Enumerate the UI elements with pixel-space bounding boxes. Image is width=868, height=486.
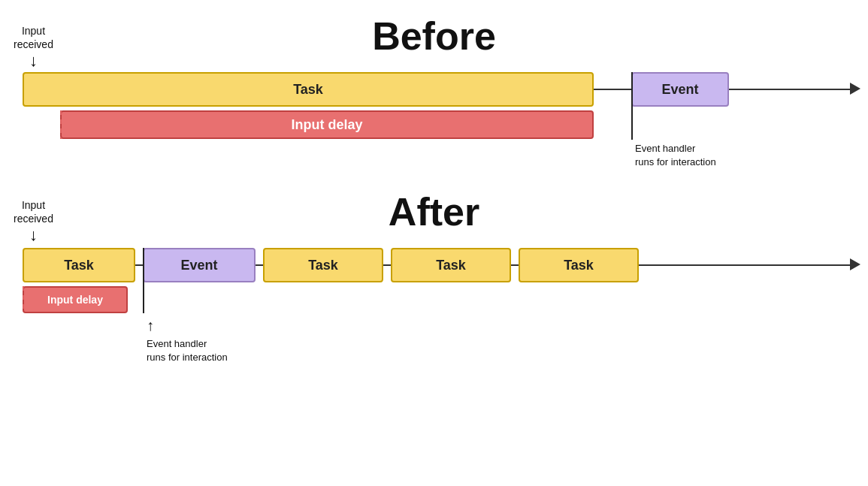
after-input-received-annotation: Inputreceived ↓ — [14, 198, 53, 244]
before-title: Before — [0, 14, 868, 59]
before-arrow-down-icon: ↓ — [29, 51, 38, 70]
after-task-box-4: Task — [519, 248, 639, 282]
after-event-tick — [143, 248, 144, 313]
before-task-box: Task — [23, 72, 594, 107]
before-event-tick — [631, 72, 633, 140]
diagram-container: Before Task Event Input delay In — [0, 0, 868, 486]
after-event-handler-arrow-icon: ↑ — [147, 317, 154, 334]
after-task-box-3: Task — [391, 248, 511, 282]
before-event-handler-annotation: Event handler runs for interaction — [635, 142, 716, 169]
before-event-box: Event — [631, 72, 729, 107]
after-section: After Task Event Task Task — [0, 174, 868, 343]
before-input-delay-box: Input delay — [60, 110, 594, 139]
after-task-box-1: Task — [23, 248, 135, 282]
after-dashed-line — [23, 286, 24, 313]
before-section: Before Task Event Input delay In — [0, 0, 868, 152]
after-arrow-down-icon: ↓ — [29, 225, 38, 244]
before-dashed-line — [60, 110, 62, 139]
after-input-delay-box: Input delay — [23, 286, 128, 313]
before-input-received-annotation: Input received ↓ — [14, 24, 53, 70]
after-event-handler-annotation: ↑ Event handler runs for interaction — [147, 315, 228, 364]
after-title: After — [0, 189, 868, 234]
after-task-box-2: Task — [263, 248, 383, 282]
after-event-box: Event — [143, 248, 256, 282]
